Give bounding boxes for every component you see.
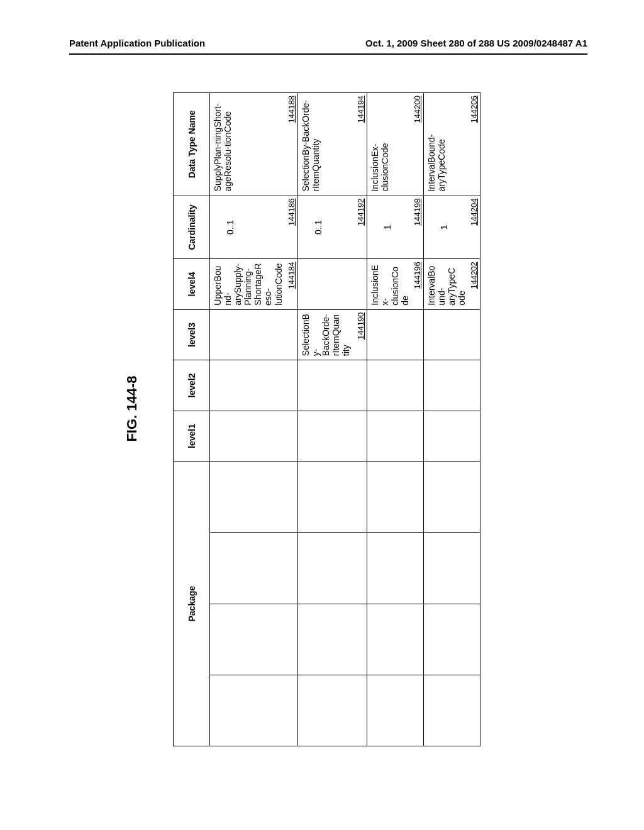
cell-level3: SelectionBy-BackOrde-rItemQuantity 14419… [298,309,367,360]
cell-cardinality: 1 144204 [424,196,480,259]
page-header: Patent Application Publication Oct. 1, 2… [69,38,587,55]
col-cardinality: Cardinality [174,196,210,259]
ref-number: 144206 [469,96,479,123]
figure-area: FIG. 144-8 Package level1 level2 level3 … [69,92,587,746]
figure-title: FIG. 144-8 [124,375,140,441]
col-data-type-name: Data Type Name [174,93,210,196]
cell-pkg [367,462,424,533]
cell-text: 1 [370,200,392,255]
cell-text: 1 [426,200,449,255]
cell-level3 [367,309,424,360]
cell-pkg [424,675,480,746]
cell-text: UpperBound-arySupply-Planning-ShortageRe… [213,263,284,306]
cell-pkg [424,462,480,533]
cell-level3 [424,309,480,360]
cell-data-type-name: SupplyPlan-ningShort-ageResolu-tionCode … [210,93,298,196]
col-package: Package [174,462,210,746]
cell-pkg [210,604,298,675]
cell-text: IntervalBound-aryTypeCode [426,134,447,191]
ref-number: 144186 [287,199,296,226]
header-row: Package level1 level2 level3 level4 Card… [174,93,210,746]
cell-text: 0..1 [301,200,323,255]
cell-level1 [210,411,298,462]
cell-level2 [424,360,480,411]
page: Patent Application Publication Oct. 1, 2… [0,0,644,830]
table-row: InclusionEx-clusionCode 144196 1 144198 … [367,93,424,746]
table-wrap: Package level1 level2 level3 level4 Card… [173,92,480,746]
cell-level4: InclusionEx-clusionCode 144196 [367,259,424,310]
cell-pkg [298,675,367,746]
ref-number: 144192 [356,199,365,226]
cell-level4: UpperBound-arySupply-Planning-ShortageRe… [210,259,298,310]
cell-pkg [210,533,298,604]
cell-text: SelectionBy-BackOrde-rItemQuantity [301,314,351,356]
ref-number: 144188 [287,96,296,123]
cell-data-type-name: SelectionBy-BackOrde-rItemQuantity 14419… [298,93,367,196]
cell-level2 [210,360,298,411]
table-row: SelectionBy-BackOrde-rItemQuantity 14419… [298,93,367,746]
cell-level4: IntervalBound-aryTypeCode 144202 [424,259,480,310]
ref-number: 144190 [356,313,365,340]
cell-pkg [367,675,424,746]
ref-number: 144200 [413,96,422,123]
cell-pkg [298,604,367,675]
cell-text: IntervalBound-aryTypeCode [426,266,467,306]
cell-level1 [298,411,367,462]
cell-data-type-name: InclusionEx-clusionCode 144200 [367,93,424,196]
col-level2: level2 [174,360,210,411]
ref-number: 144194 [356,96,365,123]
cell-pkg [298,462,367,533]
table-row: UpperBound-arySupply-Planning-ShortageRe… [210,93,298,746]
cell-text: SelectionBy-BackOrde-rItemQuantity [301,100,321,192]
cell-pkg [367,533,424,604]
figure-table: Package level1 level2 level3 level4 Card… [173,92,480,746]
col-level3: level3 [174,309,210,360]
cell-text: 0..1 [213,200,235,255]
cell-pkg [210,675,298,746]
ref-number: 144196 [413,262,422,289]
cell-level2 [367,360,424,411]
col-level4: level4 [174,259,210,310]
cell-data-type-name: IntervalBound-aryTypeCode 144206 [424,93,480,196]
header-left: Patent Application Publication [69,38,205,48]
cell-level2 [298,360,367,411]
ref-number: 144184 [287,262,296,289]
cell-level1 [424,411,480,462]
cell-pkg [424,533,480,604]
cell-level4 [298,259,367,310]
cell-text: InclusionEx-clusionCode [370,143,390,191]
cell-pkg [424,604,480,675]
table-row: IntervalBound-aryTypeCode 144202 1 14420… [424,93,480,746]
cell-level3 [210,309,298,360]
ref-number: 144198 [413,199,422,226]
cell-cardinality: 0..1 144192 [298,196,367,259]
cell-pkg [298,533,367,604]
cell-cardinality: 1 144198 [367,196,424,259]
ref-number: 144202 [469,262,479,289]
col-level1: level1 [174,411,210,462]
cell-text: InclusionEx-clusionCode [370,265,410,306]
cell-cardinality: 0..1 144186 [210,196,298,259]
cell-pkg [210,462,298,533]
cell-level1 [367,411,424,462]
header-right: Oct. 1, 2009 Sheet 280 of 288 US 2009/02… [365,38,587,48]
cell-text: SupplyPlan-ningShort-ageResolu-tionCode [213,103,233,191]
ref-number: 144204 [469,199,479,226]
cell-pkg [367,604,424,675]
